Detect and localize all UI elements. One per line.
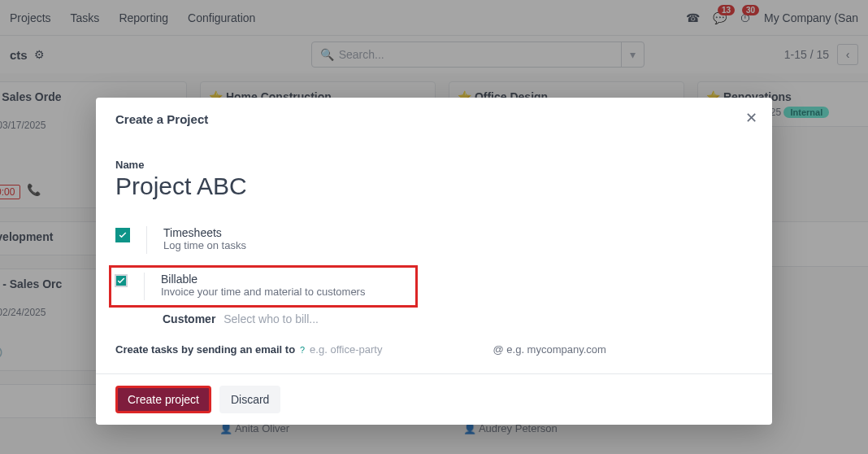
option-billable[interactable]: Billable Invoice your time and material …: [115, 271, 409, 302]
email-label: Create tasks by sending an email to: [115, 343, 295, 356]
email-domain: @ e.g. mycompany.com: [493, 343, 605, 356]
email-alias-row: Create tasks by sending an email to ? e.…: [115, 330, 753, 373]
help-icon[interactable]: ?: [300, 345, 305, 355]
checkbox-billable[interactable]: [115, 274, 128, 287]
create-project-modal: Create a Project ✕ Name Project ABC Time…: [96, 98, 772, 425]
create-project-button[interactable]: Create project: [115, 386, 211, 413]
check-icon: [116, 276, 126, 286]
check-icon: [118, 230, 128, 240]
option-title: Timesheets: [163, 226, 246, 239]
email-alias-input[interactable]: e.g. office-party: [310, 343, 382, 356]
close-icon[interactable]: ✕: [745, 109, 757, 127]
name-label: Name: [115, 159, 753, 171]
project-name-input[interactable]: Project ABC: [115, 172, 753, 200]
modal-overlay: Create a Project ✕ Name Project ABC Time…: [0, 0, 868, 454]
customer-field[interactable]: Customer Select who to bill...: [115, 308, 753, 330]
customer-placeholder: Select who to bill...: [224, 312, 319, 325]
highlight-billable: Billable Invoice your time and material …: [109, 265, 418, 308]
option-desc: Log time on tasks: [163, 239, 246, 251]
option-timesheets[interactable]: Timesheets Log time on tasks: [115, 220, 753, 260]
modal-title: Create a Project: [115, 112, 753, 126]
option-title: Billable: [161, 273, 365, 286]
modal-footer: Create project Discard: [96, 373, 772, 425]
option-desc: Invoice your time and material to custom…: [161, 286, 365, 298]
checkbox-timesheets[interactable]: [115, 228, 130, 242]
customer-label: Customer: [163, 312, 215, 325]
discard-button[interactable]: Discard: [219, 386, 280, 413]
